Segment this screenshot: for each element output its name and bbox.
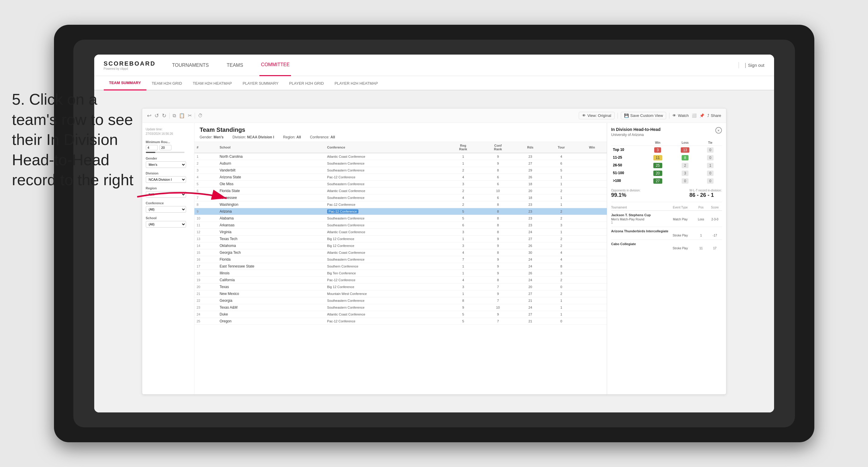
tournament-item-3: Cabo Collegiate Stroke Play 11 17: [611, 240, 722, 252]
watch-button[interactable]: 👁 Watch: [672, 113, 688, 118]
conference-label: Conference:: [310, 135, 329, 139]
table-row[interactable]: 13 Texas Tech Big 12 Conference 1 9 27 2: [194, 236, 607, 243]
table-row[interactable]: 3 Vanderbilt Southeastern Conference 2 8…: [194, 167, 607, 174]
region-label: Region:: [283, 135, 295, 139]
gender-label: Gender:: [200, 135, 213, 139]
table-row[interactable]: 25 Oregon Pac-12 Conference 5 7 21 0: [194, 318, 607, 325]
table-row[interactable]: 2 Auburn Southeastern Conference 1 9 27 …: [194, 160, 607, 167]
table-row[interactable]: 1 North Carolina Atlantic Coast Conferen…: [194, 153, 607, 160]
table-row[interactable]: 20 Texas Big 12 Conference 3 7 20 0: [194, 284, 607, 290]
col-win[interactable]: Win: [577, 142, 607, 153]
tournament-result-3: 11: [694, 247, 708, 250]
table-scroll: # School Conference RegRank ConfRank Rds…: [194, 142, 607, 394]
toolbar-paste[interactable]: 📋: [179, 113, 185, 118]
toolbar-undo[interactable]: ↩: [147, 113, 152, 119]
toolbar-pin: 📌: [700, 113, 704, 118]
division-label: Division:: [232, 135, 246, 139]
table-row[interactable]: 7 Tennessee Southeastern Conference 4 6 …: [194, 194, 607, 201]
division-select[interactable]: NCAA Division I: [146, 176, 186, 183]
nav-tournaments[interactable]: TOURNAMENTS: [170, 55, 210, 76]
table-row[interactable]: 11 Arkansas Southeastern Conference 6 8 …: [194, 222, 607, 229]
toolbar-cut[interactable]: ✂: [188, 113, 192, 118]
sub-nav-team-h2h-grid[interactable]: TEAM H2H GRID: [146, 76, 188, 90]
table-row[interactable]: 14 Oklahoma Big 12 Conference 3 9 26 2: [194, 243, 607, 249]
toolbar-sep2: [195, 113, 195, 119]
tournament-score-1: 2-3-0: [708, 218, 722, 221]
col-conf-rank[interactable]: ConfRank: [480, 142, 516, 153]
dashboard-panel: ↩ ↺ ↻ ⧉ 📋 ✂ ⏱ 👁 View: Original: [142, 108, 726, 395]
conference-value: All: [330, 135, 335, 139]
h2h-close-button[interactable]: ×: [715, 127, 722, 134]
sub-nav-team-summary[interactable]: TEAM SUMMARY: [104, 76, 146, 90]
table-row[interactable]: 21 New Mexico Mountain West Conference 1…: [194, 290, 607, 297]
sub-nav-player-h2h-grid[interactable]: PLAYER H2H GRID: [284, 76, 329, 90]
col-conference[interactable]: Conference: [325, 142, 446, 153]
toolbar-sep1: [169, 113, 170, 119]
save-custom-label: Save Custom View: [630, 113, 663, 118]
opponents-section: Opponents in division: 99.1% W-L-T recor…: [611, 189, 722, 202]
table-row[interactable]: 18 Illinois Big Ten Conference 1 9 26 3: [194, 270, 607, 277]
col-tour[interactable]: Tour: [545, 142, 577, 153]
tournament-score-2: -17: [708, 234, 722, 237]
table-row[interactable]: 24 Duke Atlantic Coast Conference 5 9 27…: [194, 311, 607, 318]
tourn-col-pos: Pos: [694, 206, 708, 209]
update-time-value: 27/03/2024 16:56:26: [146, 132, 173, 135]
filter-min-rounds: Minimum Rou...: [146, 140, 190, 153]
table-row[interactable]: 19 California Pac-12 Conference 4 8 24 2: [194, 277, 607, 284]
sub-nav-player-summary[interactable]: PLAYER SUMMARY: [237, 76, 284, 90]
col-school[interactable]: School: [217, 142, 325, 153]
sub-nav-player-h2h-heatmap[interactable]: PLAYER H2H HEATMAP: [329, 76, 383, 90]
tournament-type-2: Stroke Play: [666, 234, 694, 237]
table-row[interactable]: 22 Georgia Southeastern Conference 8 7 2…: [194, 297, 607, 304]
table-row[interactable]: 4 Arizona State Pac-12 Conference 4 6 26…: [194, 174, 607, 181]
main-content: ↩ ↺ ↻ ⧉ 📋 ✂ ⏱ 👁 View: Original: [94, 90, 774, 412]
table-row[interactable]: 12 Virginia Atlantic Coast Conference 3 …: [194, 229, 607, 236]
share-button[interactable]: ⤴ Share: [707, 113, 721, 118]
nav-teams[interactable]: TEAMS: [225, 55, 245, 76]
filter-gender: Gender Men's: [146, 157, 190, 168]
table-row[interactable]: 9 Arizona Pac-12 Conference 5 8 23 2: [194, 208, 607, 215]
conference-display: Conference: All: [310, 135, 335, 139]
annotation-text: 5. Click on a team's row to see their In…: [12, 90, 137, 190]
arrow-indicator: [131, 185, 232, 210]
toolbar-redo-right[interactable]: ↻: [162, 113, 166, 119]
col-reg-rank[interactable]: RegRank: [446, 142, 480, 153]
sub-nav-team-h2h-heatmap[interactable]: TEAM H2H HEATMAP: [187, 76, 237, 90]
h2h-row-51100: 51-100 20 3 0: [611, 169, 722, 177]
view-original-button[interactable]: 👁 View: Original: [579, 112, 615, 119]
h2h-header: In Division Head-to-Head University of A…: [611, 127, 722, 137]
toolbar-redo-left[interactable]: ↺: [154, 113, 159, 119]
table-row[interactable]: 5 Ole Miss Southeastern Conference 3 6 1…: [194, 181, 607, 188]
filter-division: Division NCAA Division I: [146, 172, 190, 183]
table-title: Team Standings: [200, 126, 601, 133]
save-custom-button[interactable]: 💾 Save Custom View: [621, 112, 666, 119]
sign-out-button[interactable]: | Sign out: [739, 62, 765, 68]
toolbar-copy[interactable]: ⧉: [173, 113, 176, 118]
tablet-screen: SCOREBOARD Powered by clippd TOURNAMENTS…: [94, 55, 774, 412]
toolbar-clock[interactable]: ⏱: [198, 113, 203, 118]
toolbar-sep3: [618, 113, 618, 119]
filters-panel: Update time: 27/03/2024 16:56:26 Minimum…: [142, 123, 194, 394]
table-row[interactable]: 15 Georgia Tech Atlantic Coast Conferenc…: [194, 249, 607, 256]
table-row[interactable]: 6 Florida State Atlantic Coast Conferenc…: [194, 188, 607, 194]
col-rds[interactable]: Rds: [515, 142, 545, 153]
save-icon: 💾: [624, 113, 629, 118]
school-select[interactable]: (All): [146, 221, 186, 227]
min-rounds-input[interactable]: [146, 145, 158, 150]
min-rounds-max-input[interactable]: [159, 145, 172, 150]
table-row[interactable]: 23 Texas A&M Southeastern Conference 9 1…: [194, 304, 607, 311]
table-row[interactable]: 17 East Tennessee State Southern Confere…: [194, 263, 607, 270]
table-row[interactable]: 8 Washington Pac-12 Conference 2 8 23 1: [194, 201, 607, 208]
filter-school: School (All): [146, 216, 190, 227]
content-body: Update time: 27/03/2024 16:56:26 Minimum…: [142, 123, 726, 394]
sign-out-label: Sign out: [748, 63, 764, 68]
watch-label: Watch: [678, 113, 688, 118]
table-row[interactable]: 10 Alabama Southeastern Conference 5 8 2…: [194, 215, 607, 222]
h2h-col-win: Win: [644, 140, 672, 146]
tournament-sub-2: [611, 234, 667, 237]
h2h-panel: In Division Head-to-Head University of A…: [607, 123, 726, 394]
opponents-label: Opponents in division:: [611, 189, 641, 192]
gender-select[interactable]: Men's: [146, 161, 186, 168]
nav-committee[interactable]: COMMITTEE: [259, 55, 291, 76]
table-row[interactable]: 16 Florida Southeastern Conference 7 9 2…: [194, 256, 607, 263]
